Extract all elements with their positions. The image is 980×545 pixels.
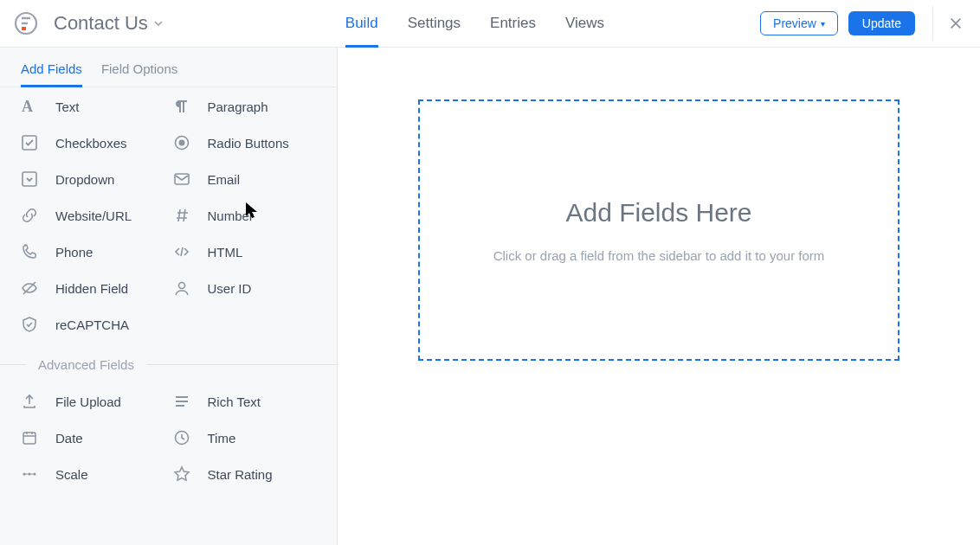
advanced-fields-label: Advanced Fields: [38, 357, 134, 372]
html-icon: [173, 243, 190, 260]
shield-icon: [21, 316, 38, 333]
field-label: Phone: [55, 245, 93, 260]
rich-icon: [173, 393, 190, 410]
nav-views[interactable]: Views: [565, 0, 604, 47]
field-label: Number: [208, 208, 254, 223]
dropdown-icon: [21, 170, 38, 188]
close-button[interactable]: [944, 13, 968, 34]
form-title-text: Contact Us: [54, 12, 148, 35]
dropzone[interactable]: Add Fields Here Click or drag a field fr…: [418, 99, 899, 361]
user-icon: [173, 279, 190, 297]
date-icon: [21, 429, 38, 446]
upload-icon: [21, 393, 38, 410]
field-scale[interactable]: Scale: [21, 465, 164, 483]
field-label: Hidden Field: [55, 281, 128, 296]
chevron-down-icon: [153, 18, 164, 29]
field-label: Dropdown: [55, 172, 114, 187]
topbar: Contact Us Build Settings Entries Views …: [0, 0, 980, 48]
field-radio-buttons[interactable]: Radio Buttons: [173, 134, 317, 151]
field-rich-text[interactable]: Rich Text: [173, 393, 317, 410]
field-html[interactable]: HTML: [173, 243, 317, 260]
hidden-icon: [21, 279, 38, 297]
dropzone-title: Add Fields Here: [565, 198, 751, 228]
field-star-rating[interactable]: Star Rating: [173, 465, 317, 483]
checkbox-icon: [21, 134, 38, 151]
field-date[interactable]: Date: [21, 429, 164, 446]
nav-settings[interactable]: Settings: [408, 0, 461, 47]
close-icon: [949, 16, 963, 30]
email-icon: [173, 170, 190, 188]
field-label: Star Rating: [208, 467, 273, 482]
hash-icon: [173, 207, 190, 224]
field-website-url[interactable]: Website/URL: [21, 207, 164, 224]
update-button[interactable]: Update: [848, 11, 915, 35]
app-logo: [12, 10, 40, 37]
field-label: Email: [208, 172, 241, 187]
field-label: Radio Buttons: [208, 136, 289, 151]
field-user-id[interactable]: User ID: [173, 279, 317, 297]
field-recaptcha[interactable]: reCAPTCHA: [21, 316, 164, 333]
advanced-fields-header: Advanced Fields: [0, 357, 337, 372]
field-label: File Upload: [55, 394, 121, 409]
time-icon: [173, 429, 190, 446]
field-email[interactable]: Email: [173, 170, 317, 188]
sidebar-tabs: Add Fields Field Options: [0, 48, 337, 87]
field-number[interactable]: Number: [173, 207, 317, 224]
field-label: Website/URL: [55, 208, 132, 223]
canvas: Add Fields Here Click or drag a field fr…: [338, 48, 980, 545]
field-dropdown[interactable]: Dropdown: [21, 170, 164, 188]
field-label: Checkboxes: [55, 136, 127, 151]
top-actions: Preview ▾ Update: [760, 6, 968, 41]
field-label: Paragraph: [208, 99, 268, 114]
field-paragraph[interactable]: Paragraph: [173, 98, 317, 115]
field-file-upload[interactable]: File Upload: [21, 393, 164, 410]
field-time[interactable]: Time: [173, 429, 317, 446]
sidebar: Add Fields Field Options TextParagraphCh…: [0, 48, 338, 545]
tab-field-options[interactable]: Field Options: [101, 61, 177, 87]
nav-build[interactable]: Build: [345, 0, 378, 47]
field-checkboxes[interactable]: Checkboxes: [21, 134, 164, 151]
field-label: HTML: [208, 245, 243, 260]
field-label: Scale: [55, 467, 88, 482]
preview-label: Preview: [773, 16, 816, 30]
scale-icon: [21, 465, 38, 483]
field-phone[interactable]: Phone: [21, 243, 164, 260]
field-label: Rich Text: [208, 394, 261, 409]
advanced-fields: File UploadRich TextDateTimeScaleStar Ra…: [21, 393, 316, 483]
caret-down-icon: ▾: [821, 19, 825, 29]
form-title[interactable]: Contact Us: [54, 12, 164, 35]
radio-icon: [173, 134, 190, 151]
text-icon: [21, 98, 38, 115]
paragraph-icon: [173, 98, 190, 115]
field-text[interactable]: Text: [21, 98, 164, 115]
tab-add-fields[interactable]: Add Fields: [21, 61, 82, 87]
field-label: reCAPTCHA: [55, 317, 129, 332]
field-label: User ID: [208, 281, 252, 296]
preview-button[interactable]: Preview ▾: [760, 11, 838, 35]
star-icon: [173, 465, 190, 483]
field-hidden-field[interactable]: Hidden Field: [21, 279, 164, 297]
field-label: Time: [208, 431, 236, 446]
dropzone-subtitle: Click or drag a field from the sidebar t…: [493, 248, 825, 263]
link-icon: [21, 207, 38, 224]
field-label: Text: [55, 99, 80, 114]
divider: [932, 6, 933, 41]
basic-fields: TextParagraphCheckboxesRadio ButtonsDrop…: [21, 98, 316, 333]
phone-icon: [21, 243, 38, 260]
field-label: Date: [55, 431, 83, 446]
nav-entries[interactable]: Entries: [490, 0, 536, 47]
main-nav: Build Settings Entries Views: [345, 0, 604, 47]
